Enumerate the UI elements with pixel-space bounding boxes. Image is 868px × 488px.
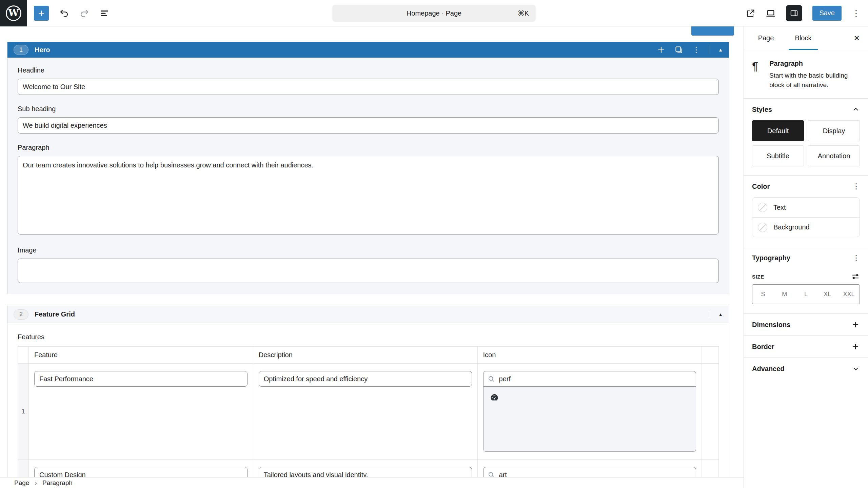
- paragraph-block-icon: ¶: [752, 60, 769, 89]
- command-bar[interactable]: Homepage · Page ⌘K: [332, 5, 536, 22]
- search-icon: [488, 375, 495, 383]
- font-size-m[interactable]: M: [774, 285, 795, 304]
- style-display-button[interactable]: Display: [808, 120, 860, 141]
- wordpress-logo[interactable]: W: [0, 0, 27, 26]
- editor-top-bar: W + Homepage · Page ⌘K Save ⋮: [0, 0, 868, 26]
- tab-block[interactable]: Block: [785, 26, 822, 50]
- hero-section-header[interactable]: 1 Hero ⋮ ▲: [7, 42, 729, 58]
- icon-search-input[interactable]: [483, 371, 696, 387]
- layout-options-kebab-icon[interactable]: ⋮: [692, 45, 700, 55]
- duplicate-layout-icon[interactable]: [674, 45, 683, 54]
- block-description: Start with the basic building block of a…: [769, 71, 860, 89]
- styles-panel-header[interactable]: Styles: [752, 99, 860, 120]
- row-number-header: [18, 347, 29, 364]
- empty-color-swatch-icon: [758, 203, 767, 212]
- background-color-row[interactable]: Background: [752, 217, 860, 237]
- headline-field[interactable]: [18, 79, 719, 95]
- color-options-kebab-icon[interactable]: ⋮: [852, 183, 860, 190]
- wordpress-w-icon: W: [6, 5, 21, 21]
- size-settings-sliders-icon[interactable]: [851, 272, 860, 281]
- settings-sidebar-toggle[interactable]: [786, 5, 802, 21]
- features-table: Feature Description Icon 1: [18, 346, 719, 488]
- background-color-label: Background: [773, 223, 810, 231]
- collapse-section-icon[interactable]: ▲: [718, 47, 723, 53]
- dimensions-panel: Dimensions: [744, 313, 868, 336]
- tab-page[interactable]: Page: [747, 26, 785, 50]
- style-subtitle-button[interactable]: Subtitle: [752, 145, 804, 166]
- dimensions-panel-header[interactable]: Dimensions: [752, 314, 860, 336]
- icon-column-header: Icon: [477, 347, 702, 364]
- collapse-section-icon[interactable]: ▲: [718, 312, 723, 317]
- styles-title: Styles: [752, 106, 772, 114]
- typography-options-kebab-icon[interactable]: ⋮: [852, 254, 860, 262]
- color-panel: Color ⋮ Text Background: [744, 175, 868, 237]
- text-color-row[interactable]: Text: [752, 198, 860, 217]
- paragraph-field[interactable]: Our team creates innovative solutions to…: [18, 156, 719, 235]
- font-size-s[interactable]: S: [752, 285, 774, 304]
- block-name: Paragraph: [769, 60, 860, 67]
- advanced-title: Advanced: [752, 365, 785, 373]
- subheading-field[interactable]: [18, 117, 719, 134]
- section-title: Feature Grid: [35, 310, 75, 318]
- block-inserter-button[interactable]: +: [34, 6, 49, 21]
- document-title: Homepage · Page: [407, 9, 461, 17]
- empty-color-swatch-icon: [758, 223, 767, 232]
- preview-device-icon[interactable]: [766, 8, 776, 18]
- divider: [709, 310, 709, 319]
- feature-description-field[interactable]: [259, 371, 472, 387]
- chevron-up-icon[interactable]: [852, 105, 860, 114]
- dimensions-title: Dimensions: [752, 321, 790, 329]
- breadcrumb-page[interactable]: Page: [14, 479, 29, 487]
- add-layout-icon[interactable]: [657, 45, 666, 54]
- divider: [709, 45, 709, 54]
- row-actions-cell: [702, 364, 719, 460]
- block-info-card: ¶ Paragraph Start with the basic buildin…: [744, 50, 868, 98]
- feature-name-field[interactable]: [34, 371, 248, 387]
- options-menu-icon[interactable]: ⋮: [852, 9, 861, 18]
- feature-grid-section-header[interactable]: 2 Feature Grid ▲: [7, 306, 729, 323]
- border-panel-header[interactable]: Border: [752, 336, 860, 358]
- scrolled-blue-button[interactable]: [691, 26, 734, 36]
- font-size-l[interactable]: L: [795, 285, 816, 304]
- headline-label: Headline: [18, 66, 719, 74]
- style-annotation-button[interactable]: Annotation: [808, 145, 860, 166]
- redo-icon[interactable]: [79, 8, 90, 18]
- dashboard-gauge-icon[interactable]: [490, 393, 690, 402]
- typography-panel-header: Typography ⋮: [752, 247, 860, 269]
- view-page-external-link-icon[interactable]: [746, 8, 755, 18]
- undo-icon[interactable]: [59, 8, 69, 18]
- advanced-panel-header[interactable]: Advanced: [752, 358, 860, 380]
- text-color-label: Text: [773, 204, 786, 211]
- features-repeater-label: Features: [18, 333, 719, 341]
- row-actions-header: [702, 347, 719, 364]
- font-size-segmented-control: S M L XL XXL: [752, 284, 860, 304]
- plus-icon[interactable]: [851, 320, 860, 329]
- size-label: SIZE: [752, 274, 764, 280]
- advanced-panel: Advanced: [744, 358, 868, 380]
- border-panel: Border: [744, 336, 868, 358]
- close-sidebar-icon[interactable]: ✕: [854, 34, 860, 43]
- subheading-label: Sub heading: [18, 105, 719, 113]
- image-field[interactable]: [18, 259, 719, 283]
- style-default-button[interactable]: Default: [752, 120, 804, 141]
- border-title: Border: [752, 343, 774, 351]
- color-panel-header: Color ⋮: [752, 176, 860, 197]
- acf-section-hero: 1 Hero ⋮ ▲: [7, 42, 729, 294]
- chevron-down-icon[interactable]: [852, 365, 860, 373]
- breadcrumb: Page › Paragraph: [0, 477, 744, 488]
- color-title: Color: [752, 183, 770, 190]
- row-number[interactable]: 1: [18, 364, 29, 460]
- font-size-xl[interactable]: XL: [817, 285, 838, 304]
- paragraph-label: Paragraph: [18, 144, 719, 151]
- font-size-xxl[interactable]: XXL: [838, 285, 860, 304]
- typography-panel: Typography ⋮ SIZE S M L XL XXL: [744, 247, 868, 304]
- breadcrumb-current: Paragraph: [42, 479, 73, 487]
- table-row: 1: [18, 364, 719, 460]
- command-shortcut: ⌘K: [518, 9, 529, 17]
- image-label: Image: [18, 246, 719, 254]
- save-button[interactable]: Save: [812, 6, 842, 21]
- chevron-right-icon: ›: [35, 479, 37, 487]
- plus-icon[interactable]: [851, 342, 860, 351]
- section-title: Hero: [35, 46, 50, 54]
- list-view-icon[interactable]: [100, 8, 110, 18]
